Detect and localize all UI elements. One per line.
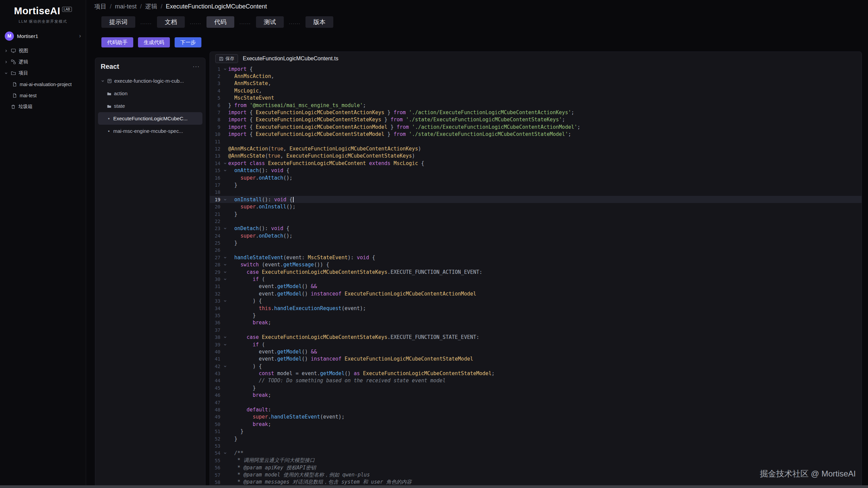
code-line[interactable]: 50 break; (210, 421, 862, 428)
line-number[interactable]: 14 (210, 161, 222, 166)
tab-docs[interactable]: 文档 (157, 16, 185, 28)
code-line[interactable]: 15 onAttach(): void { (210, 167, 862, 174)
line-number[interactable]: 3 (210, 81, 222, 86)
code-line[interactable]: 41 event.getModel() instanceof ExecuteFu… (210, 355, 862, 363)
code-line[interactable]: 30 if ( (210, 276, 862, 283)
sidebar-item-project[interactable]: 项目 (0, 67, 86, 79)
code-line[interactable]: 53 (210, 442, 862, 449)
sidebar-item-logic[interactable]: 逻辑 (0, 56, 86, 67)
tab-version[interactable]: 版本 (305, 16, 333, 28)
line-number[interactable]: 32 (210, 291, 222, 297)
code-line[interactable]: 42 ) { (210, 363, 862, 370)
chevron-down-icon[interactable] (222, 67, 228, 71)
line-number[interactable]: 56 (210, 465, 222, 470)
chevron-down-icon[interactable] (222, 263, 228, 266)
code-line[interactable]: 19 onInstall(): void { (210, 196, 862, 203)
breadcrumb-item[interactable]: 项目 (94, 2, 106, 11)
more-options-icon[interactable]: ··· (193, 63, 200, 70)
code-line[interactable]: 49 super.handleStateEvent(event); (210, 413, 862, 421)
code-line[interactable]: 26 (210, 247, 862, 254)
tab-prompt[interactable]: 提示词 (101, 16, 135, 28)
code-assistant-button[interactable]: 代码助手 (101, 37, 133, 47)
code-line[interactable]: 44 // TODO: Do something based on the re… (210, 377, 862, 384)
line-number[interactable]: 7 (210, 110, 222, 115)
line-number[interactable]: 9 (210, 124, 222, 130)
line-number[interactable]: 54 (210, 450, 222, 456)
code-line[interactable]: 24 super.onDetach(); (210, 232, 862, 239)
tree-item-execute-function-logic-module[interactable]: execute-function-logic-m-cub... (98, 75, 202, 87)
code-line[interactable]: 48 default: (210, 406, 862, 413)
code-line[interactable]: 8import { ExecuteFunctionLogicMCubeConte… (210, 116, 862, 123)
line-number[interactable]: 49 (210, 414, 222, 420)
code-line[interactable]: 40 event.getModel() && (210, 348, 862, 355)
line-number[interactable]: 50 (210, 422, 222, 427)
chevron-down-icon[interactable] (222, 270, 228, 274)
tree-item-action-folder[interactable]: action (98, 87, 202, 100)
code-line[interactable]: 10import { ExecuteFunctionLogicMCubeCont… (210, 131, 862, 138)
code-line[interactable]: 21 } (210, 210, 862, 218)
tab-test[interactable]: 测试 (256, 16, 284, 28)
line-number[interactable]: 2 (210, 74, 222, 79)
sidebar-item-mai-test[interactable]: mai-test (0, 90, 86, 101)
code-line[interactable]: 4 MscLogic, (210, 87, 862, 94)
line-number[interactable]: 51 (210, 429, 222, 434)
code-line[interactable]: 39 if ( (210, 341, 862, 348)
code-line[interactable]: 36 break; (210, 319, 862, 326)
line-number[interactable]: 45 (210, 385, 222, 391)
line-number[interactable]: 15 (210, 168, 222, 173)
code-line[interactable]: 5 MscStateEvent (210, 95, 862, 102)
code-line[interactable]: 18 (210, 189, 862, 196)
line-number[interactable]: 22 (210, 219, 222, 224)
code-line[interactable]: 23 onDetach(): void { (210, 225, 862, 232)
line-number[interactable]: 11 (210, 139, 222, 144)
line-number[interactable]: 16 (210, 175, 222, 181)
code-line[interactable]: 33 ) { (210, 298, 862, 305)
line-number[interactable]: 27 (210, 255, 222, 260)
chevron-down-icon[interactable] (222, 198, 228, 201)
line-number[interactable]: 5 (210, 95, 222, 101)
generate-code-button[interactable]: 生成代码 (138, 37, 170, 47)
chevron-down-icon[interactable] (222, 256, 228, 259)
code-line[interactable]: 37 (210, 326, 862, 333)
chevron-down-icon[interactable] (222, 169, 228, 172)
code-line[interactable]: 3 AnnMscState, (210, 80, 862, 87)
line-number[interactable]: 37 (210, 327, 222, 333)
chevron-down-icon[interactable] (222, 343, 228, 346)
code-line[interactable]: 2 AnnMscAction, (210, 73, 862, 80)
line-number[interactable]: 47 (210, 400, 222, 405)
code-line[interactable]: 14export class ExecuteFunctionLogicMCube… (210, 160, 862, 167)
line-number[interactable]: 6 (210, 103, 222, 108)
line-number[interactable]: 20 (210, 204, 222, 209)
code-line[interactable]: 46 break; (210, 392, 862, 399)
user-menu[interactable]: M Mortiser1 › (0, 29, 86, 43)
line-number[interactable]: 48 (210, 407, 222, 412)
line-number[interactable]: 30 (210, 277, 222, 282)
line-number[interactable]: 43 (210, 371, 222, 376)
line-number[interactable]: 12 (210, 146, 222, 151)
line-number[interactable]: 8 (210, 117, 222, 122)
line-number[interactable]: 31 (210, 284, 222, 289)
line-number[interactable]: 23 (210, 226, 222, 231)
chevron-down-icon[interactable] (222, 365, 228, 368)
line-number[interactable]: 34 (210, 306, 222, 311)
line-number[interactable]: 29 (210, 269, 222, 275)
next-step-button[interactable]: 下一步 (175, 37, 201, 47)
code-line[interactable]: 32 event.getModel() instanceof ExecuteFu… (210, 290, 862, 297)
tree-item-spec-file[interactable]: •mai-msc-engine-mcube-spec... (98, 125, 202, 137)
chevron-down-icon[interactable] (101, 79, 105, 83)
code-line[interactable]: 7import { ExecuteFunctionLogicMCubeConte… (210, 109, 862, 116)
chevron-right-icon[interactable] (4, 60, 8, 64)
line-number[interactable]: 42 (210, 364, 222, 369)
line-number[interactable]: 36 (210, 320, 222, 325)
code-line[interactable]: 22 (210, 218, 862, 225)
line-number[interactable]: 46 (210, 392, 222, 398)
line-number[interactable]: 35 (210, 313, 222, 318)
line-number[interactable]: 57 (210, 472, 222, 478)
breadcrumb-item[interactable]: mai-test (115, 3, 137, 10)
line-number[interactable]: 4 (210, 88, 222, 94)
line-number[interactable]: 21 (210, 211, 222, 217)
line-number[interactable]: 55 (210, 458, 222, 463)
line-number[interactable]: 33 (210, 298, 222, 304)
line-number[interactable]: 52 (210, 436, 222, 442)
code-line[interactable]: 17 } (210, 181, 862, 188)
